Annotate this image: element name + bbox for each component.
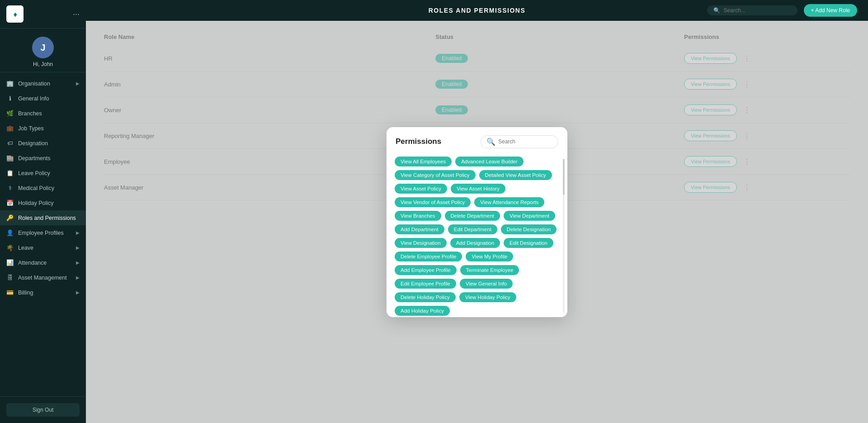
nav-icon-medical-policy: ⚕: [6, 185, 14, 191]
nav-icon-branches: 🌿: [6, 110, 14, 117]
search-input[interactable]: [724, 7, 791, 14]
nav-icon-departments: 🏬: [6, 155, 14, 162]
top-search: 🔍: [707, 5, 797, 15]
permission-tag: View General Info: [460, 279, 513, 289]
sidebar-item-label: Holiday Policy: [18, 200, 54, 206]
add-role-button[interactable]: + Add New Role: [804, 4, 857, 17]
permission-tag: Advanced Leave Builder: [455, 157, 524, 166]
sidebar-item-designation[interactable]: 🏷 Designation: [0, 136, 86, 151]
sidebar-item-label: Leave Policy: [18, 170, 50, 176]
sidebar-item-label: Roles and Permissions: [18, 215, 76, 221]
sidebar-logo: ⬧ ···: [0, 0, 86, 29]
permission-tag: Edit Employee Profile: [395, 279, 456, 289]
sidebar-item-attendance[interactable]: 📊 Attendance ▶: [0, 255, 86, 270]
permission-tag: View Attendance Reports: [474, 197, 544, 207]
sidebar-item-roles-permissions[interactable]: 🔑 Roles and Permissions: [0, 210, 86, 225]
sidebar-item-departments[interactable]: 🏬 Departments: [0, 151, 86, 166]
app-logo: ⬧: [6, 5, 24, 23]
chevron-icon: ▶: [76, 290, 80, 295]
page-title: ROLES AND PERMISSIONS: [353, 7, 600, 14]
sidebar-bottom: Sign Out: [0, 396, 86, 423]
modal-title: Permissions: [396, 137, 441, 146]
permission-tag: Add Designation: [450, 238, 500, 248]
permission-tag: Add Holiday Policy: [395, 306, 450, 316]
topbar: ROLES AND PERMISSIONS 🔍 + Add New Role: [86, 0, 868, 21]
permission-tag: Terminate Employee: [460, 265, 519, 275]
avatar: J: [32, 37, 54, 58]
sidebar-item-asset-management[interactable]: 🗄 Asset Management ▶: [0, 270, 86, 285]
scroll-indicator: [563, 159, 565, 313]
sidebar-item-label: Departments: [18, 155, 51, 162]
sidebar-menu-icon[interactable]: ···: [73, 10, 80, 19]
permission-tag: Edit Department: [448, 224, 497, 234]
nav-icon-roles-permissions: 🔑: [6, 214, 14, 221]
permission-tag: View Department: [504, 211, 555, 221]
nav-icon-billing: 💳: [6, 289, 14, 296]
sidebar-item-label: Leave: [18, 245, 33, 251]
main-area: ROLES AND PERMISSIONS 🔍 + Add New Role R…: [86, 0, 868, 423]
permission-tag: Delete Holiday Policy: [395, 292, 456, 302]
modal-overlay[interactable]: Permissions 🔍 View All EmployeesAdvanced…: [86, 21, 868, 423]
sidebar-item-label: Organisation: [18, 81, 50, 87]
nav-icon-organisation: 🏢: [6, 80, 14, 87]
permission-tag: Delete Department: [445, 211, 500, 221]
chevron-icon: ▶: [76, 230, 80, 235]
nav-icon-designation: 🏷: [6, 140, 14, 147]
nav-icon-leave-policy: 📋: [6, 170, 14, 176]
permission-tag: View All Employees: [395, 157, 452, 166]
permission-tag: View Designation: [395, 238, 447, 248]
sign-out-button[interactable]: Sign Out: [6, 403, 80, 417]
nav-icon-job-types: 💼: [6, 125, 14, 132]
sidebar-item-job-types[interactable]: 💼 Job Types: [0, 121, 86, 136]
sidebar-item-general-info[interactable]: ℹ General Info: [0, 91, 86, 106]
chevron-icon: ▶: [76, 260, 80, 265]
sidebar-item-label: Billing: [18, 290, 33, 296]
modal-search-input[interactable]: [498, 138, 552, 145]
permission-tag: Detailed View Asset Policy: [479, 170, 552, 180]
permission-tag: View Category of Asset Policy: [395, 170, 476, 180]
sidebar-item-employee-profiles[interactable]: 👤 Employee Profiles ▶: [0, 225, 86, 240]
modal-body: View All EmployeesAdvanced Leave Builder…: [387, 153, 567, 317]
permissions-modal: Permissions 🔍 View All EmployeesAdvanced…: [387, 127, 567, 317]
sidebar-item-organisation[interactable]: 🏢 Organisation ▶: [0, 76, 86, 91]
permission-tag: Delete Designation: [501, 224, 557, 234]
permission-tag: View Branches: [395, 211, 441, 221]
chevron-icon: ▶: [76, 81, 80, 86]
sidebar-nav: 🏢 Organisation ▶ℹ General Info 🌿 Branche…: [0, 72, 86, 396]
nav-icon-attendance: 📊: [6, 259, 14, 266]
sidebar-item-holiday-policy[interactable]: 📅 Holiday Policy: [0, 195, 86, 210]
permission-tag: View My Profile: [466, 252, 513, 261]
sidebar-item-label: Attendance: [18, 260, 47, 266]
permission-tag: Edit Designation: [504, 238, 553, 248]
search-icon: 🔍: [713, 7, 720, 14]
nav-icon-employee-profiles: 👤: [6, 229, 14, 236]
sidebar-item-branches[interactable]: 🌿 Branches: [0, 106, 86, 121]
sidebar-item-leave[interactable]: 🌴 Leave ▶: [0, 240, 86, 255]
sidebar-item-leave-policy[interactable]: 📋 Leave Policy: [0, 166, 86, 181]
permission-tag: Add Department: [395, 224, 444, 234]
sidebar-user: J Hi, John: [0, 29, 86, 72]
content-area: Role NameStatusPermissions HR Enabled Vi…: [86, 21, 868, 423]
sidebar-item-label: Medical Policy: [18, 185, 54, 191]
sidebar-item-label: Job Types: [18, 125, 44, 132]
nav-icon-leave: 🌴: [6, 244, 14, 251]
permissions-tags: View All EmployeesAdvanced Leave Builder…: [395, 157, 559, 316]
sidebar-item-label: Asset Management: [18, 275, 67, 281]
permission-tag: Add Employee Profile: [395, 265, 457, 275]
modal-search-icon: 🔍: [486, 138, 495, 146]
sidebar: ⬧ ··· J Hi, John 🏢 Organisation ▶ℹ Gener…: [0, 0, 86, 423]
permission-tag: Delete Employee Profile: [395, 252, 462, 261]
permission-tag: View Vendor of Asset Policy: [395, 197, 471, 207]
permission-tag: View Asset History: [451, 184, 505, 194]
sidebar-item-label: Designation: [18, 140, 48, 147]
nav-icon-general-info: ℹ: [6, 95, 14, 102]
sidebar-item-medical-policy[interactable]: ⚕ Medical Policy: [0, 181, 86, 195]
permission-tag: View Holiday Policy: [459, 292, 516, 302]
sidebar-item-billing[interactable]: 💳 Billing ▶: [0, 285, 86, 300]
modal-header: Permissions 🔍: [387, 127, 567, 153]
sidebar-item-label: Branches: [18, 110, 42, 117]
sidebar-item-label: General Info: [18, 95, 49, 102]
user-name: Hi, John: [33, 61, 53, 67]
nav-icon-holiday-policy: 📅: [6, 200, 14, 206]
chevron-icon: ▶: [76, 275, 80, 280]
